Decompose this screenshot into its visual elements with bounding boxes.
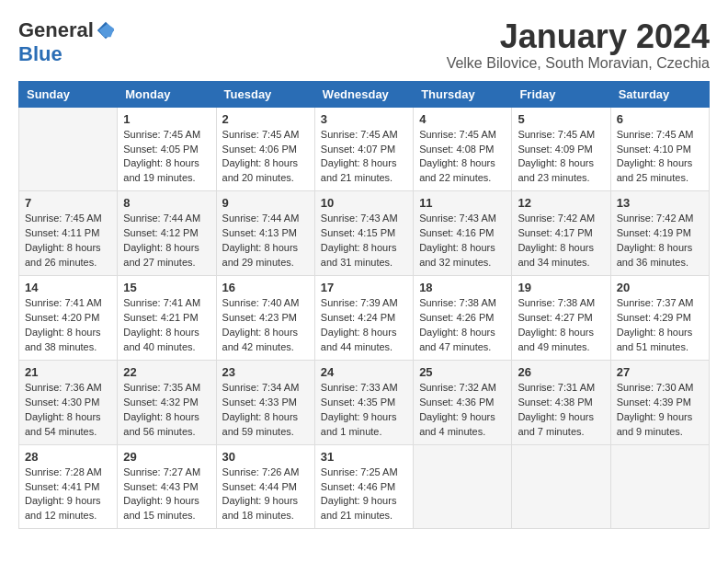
day-info: Sunrise: 7:42 AMSunset: 4:17 PMDaylight:… — [518, 212, 604, 270]
table-row: 29Sunrise: 7:27 AMSunset: 4:43 PMDayligh… — [118, 444, 216, 529]
table-row — [414, 444, 512, 529]
calendar-week-row: 14Sunrise: 7:41 AMSunset: 4:20 PMDayligh… — [19, 276, 710, 361]
day-number: 16 — [222, 281, 309, 294]
day-number: 26 — [518, 365, 604, 379]
day-number: 4 — [419, 112, 506, 126]
day-info: Sunrise: 7:41 AMSunset: 4:21 PMDaylight:… — [123, 296, 210, 355]
col-tuesday: Tuesday — [216, 81, 314, 107]
day-info: Sunrise: 7:45 AMSunset: 4:11 PMDaylight:… — [25, 212, 111, 270]
table-row: 10Sunrise: 7:43 AMSunset: 4:15 PMDayligh… — [314, 191, 413, 276]
day-number: 30 — [222, 450, 309, 464]
day-number: 1 — [123, 112, 210, 126]
calendar-table: Sunday Monday Tuesday Wednesday Thursday… — [18, 81, 710, 530]
month-year-title: January 2024 — [447, 18, 710, 55]
table-row: 3Sunrise: 7:45 AMSunset: 4:07 PMDaylight… — [314, 107, 413, 191]
day-number: 25 — [419, 365, 506, 379]
day-number: 31 — [321, 450, 407, 464]
day-number: 17 — [321, 281, 407, 294]
logo-icon — [96, 20, 116, 40]
day-info: Sunrise: 7:45 AMSunset: 4:08 PMDaylight:… — [419, 128, 506, 187]
day-info: Sunrise: 7:32 AMSunset: 4:36 PMDaylight:… — [419, 381, 506, 440]
day-info: Sunrise: 7:45 AMSunset: 4:07 PMDaylight:… — [321, 128, 407, 187]
table-row: 14Sunrise: 7:41 AMSunset: 4:20 PMDayligh… — [19, 276, 118, 361]
day-number: 23 — [222, 365, 309, 379]
location-subtitle: Velke Bilovice, South Moravian, Czechia — [447, 55, 710, 72]
day-number: 13 — [617, 196, 703, 210]
day-info: Sunrise: 7:39 AMSunset: 4:24 PMDaylight:… — [321, 296, 407, 355]
day-info: Sunrise: 7:42 AMSunset: 4:19 PMDaylight:… — [617, 212, 703, 270]
header: General Blue January 2024 Velke Bilovice… — [18, 18, 710, 72]
table-row: 15Sunrise: 7:41 AMSunset: 4:21 PMDayligh… — [118, 276, 216, 361]
day-info: Sunrise: 7:31 AMSunset: 4:38 PMDaylight:… — [518, 381, 604, 440]
day-info: Sunrise: 7:26 AMSunset: 4:44 PMDaylight:… — [222, 465, 309, 524]
table-row: 16Sunrise: 7:40 AMSunset: 4:23 PMDayligh… — [216, 276, 314, 361]
title-section: January 2024 Velke Bilovice, South Morav… — [447, 18, 710, 72]
day-info: Sunrise: 7:36 AMSunset: 4:30 PMDaylight:… — [25, 381, 111, 440]
day-number: 18 — [419, 281, 506, 294]
day-number: 8 — [123, 196, 210, 210]
table-row: 27Sunrise: 7:30 AMSunset: 4:39 PMDayligh… — [610, 360, 709, 444]
day-number: 14 — [25, 281, 111, 294]
table-row: 21Sunrise: 7:36 AMSunset: 4:30 PMDayligh… — [19, 360, 118, 444]
page-container: General Blue January 2024 Velke Bilovice… — [18, 18, 710, 529]
col-thursday: Thursday — [414, 81, 512, 107]
logo-blue: Blue — [18, 42, 63, 66]
day-info: Sunrise: 7:45 AMSunset: 4:05 PMDaylight:… — [123, 128, 210, 187]
day-number: 29 — [123, 450, 210, 464]
day-info: Sunrise: 7:43 AMSunset: 4:16 PMDaylight:… — [419, 212, 506, 270]
table-row: 22Sunrise: 7:35 AMSunset: 4:32 PMDayligh… — [118, 360, 216, 444]
table-row: 11Sunrise: 7:43 AMSunset: 4:16 PMDayligh… — [414, 191, 512, 276]
day-number: 5 — [518, 112, 604, 126]
table-row: 26Sunrise: 7:31 AMSunset: 4:38 PMDayligh… — [512, 360, 610, 444]
day-info: Sunrise: 7:35 AMSunset: 4:32 PMDaylight:… — [123, 381, 210, 440]
day-number: 21 — [25, 365, 111, 379]
calendar-week-row: 28Sunrise: 7:28 AMSunset: 4:41 PMDayligh… — [19, 444, 710, 529]
day-number: 28 — [25, 450, 111, 464]
day-number: 9 — [222, 196, 309, 210]
day-info: Sunrise: 7:33 AMSunset: 4:35 PMDaylight:… — [321, 381, 407, 440]
day-info: Sunrise: 7:45 AMSunset: 4:06 PMDaylight:… — [222, 128, 309, 187]
calendar-week-row: 7Sunrise: 7:45 AMSunset: 4:11 PMDaylight… — [19, 191, 710, 276]
logo-general: General — [18, 18, 94, 42]
table-row: 23Sunrise: 7:34 AMSunset: 4:33 PMDayligh… — [216, 360, 314, 444]
day-number: 22 — [123, 365, 210, 379]
day-number: 2 — [222, 112, 309, 126]
table-row: 25Sunrise: 7:32 AMSunset: 4:36 PMDayligh… — [414, 360, 512, 444]
day-number: 27 — [617, 365, 703, 379]
table-row: 5Sunrise: 7:45 AMSunset: 4:09 PMDaylight… — [512, 107, 610, 191]
table-row: 1Sunrise: 7:45 AMSunset: 4:05 PMDaylight… — [118, 107, 216, 191]
day-info: Sunrise: 7:40 AMSunset: 4:23 PMDaylight:… — [222, 296, 309, 355]
col-monday: Monday — [118, 81, 216, 107]
table-row: 19Sunrise: 7:38 AMSunset: 4:27 PMDayligh… — [512, 276, 610, 361]
day-number: 19 — [518, 281, 604, 294]
table-row: 2Sunrise: 7:45 AMSunset: 4:06 PMDaylight… — [216, 107, 314, 191]
day-number: 20 — [617, 281, 703, 294]
table-row: 31Sunrise: 7:25 AMSunset: 4:46 PMDayligh… — [314, 444, 413, 529]
day-info: Sunrise: 7:45 AMSunset: 4:10 PMDaylight:… — [617, 128, 703, 187]
day-number: 24 — [321, 365, 407, 379]
table-row: 17Sunrise: 7:39 AMSunset: 4:24 PMDayligh… — [314, 276, 413, 361]
day-info: Sunrise: 7:37 AMSunset: 4:29 PMDaylight:… — [617, 296, 703, 355]
calendar-week-row: 1Sunrise: 7:45 AMSunset: 4:05 PMDaylight… — [19, 107, 710, 191]
day-info: Sunrise: 7:25 AMSunset: 4:46 PMDaylight:… — [321, 465, 407, 524]
day-info: Sunrise: 7:30 AMSunset: 4:39 PMDaylight:… — [617, 381, 703, 440]
day-number: 7 — [25, 196, 111, 210]
day-number: 15 — [123, 281, 210, 294]
day-number: 6 — [617, 112, 703, 126]
table-row: 8Sunrise: 7:44 AMSunset: 4:12 PMDaylight… — [118, 191, 216, 276]
table-row — [512, 444, 610, 529]
day-number: 12 — [518, 196, 604, 210]
table-row: 4Sunrise: 7:45 AMSunset: 4:08 PMDaylight… — [414, 107, 512, 191]
table-row — [19, 107, 118, 191]
table-row: 7Sunrise: 7:45 AMSunset: 4:11 PMDaylight… — [19, 191, 118, 276]
table-row: 12Sunrise: 7:42 AMSunset: 4:17 PMDayligh… — [512, 191, 610, 276]
table-row: 13Sunrise: 7:42 AMSunset: 4:19 PMDayligh… — [610, 191, 709, 276]
day-info: Sunrise: 7:44 AMSunset: 4:12 PMDaylight:… — [123, 212, 210, 270]
day-info: Sunrise: 7:45 AMSunset: 4:09 PMDaylight:… — [518, 128, 604, 187]
day-info: Sunrise: 7:41 AMSunset: 4:20 PMDaylight:… — [25, 296, 111, 355]
table-row: 18Sunrise: 7:38 AMSunset: 4:26 PMDayligh… — [414, 276, 512, 361]
day-number: 10 — [321, 196, 407, 210]
col-friday: Friday — [512, 81, 610, 107]
table-row: 30Sunrise: 7:26 AMSunset: 4:44 PMDayligh… — [216, 444, 314, 529]
day-info: Sunrise: 7:38 AMSunset: 4:26 PMDaylight:… — [419, 296, 506, 355]
